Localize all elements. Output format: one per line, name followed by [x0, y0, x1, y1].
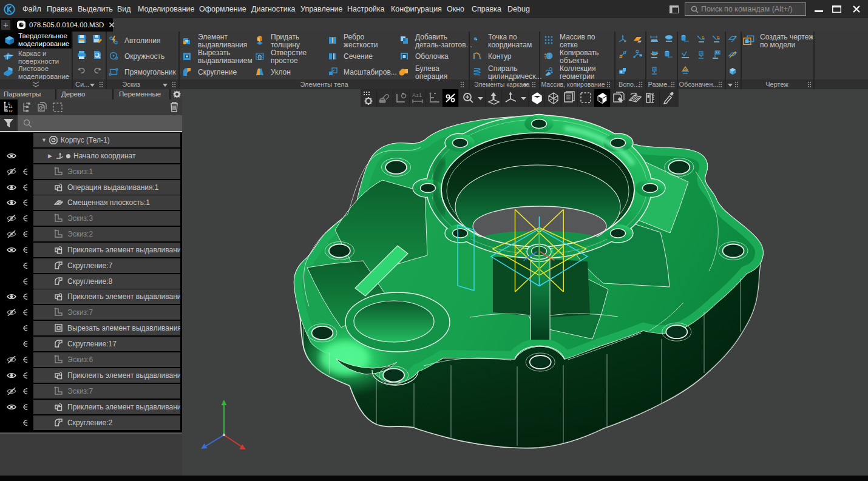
svg-text:A±1: A±1 — [412, 92, 422, 98]
svg-text:2: 2 — [5, 107, 8, 110]
svg-text:11: 11 — [8, 105, 13, 109]
svg-text:12: 12 — [8, 109, 13, 113]
